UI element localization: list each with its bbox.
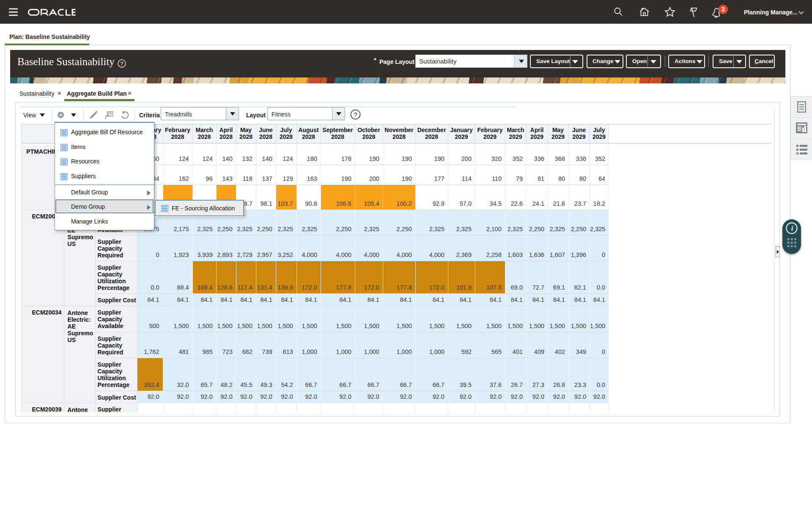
svg-text:?: ?	[354, 111, 357, 118]
svg-text:i: i	[791, 224, 793, 232]
svg-text:?: ?	[120, 61, 123, 67]
